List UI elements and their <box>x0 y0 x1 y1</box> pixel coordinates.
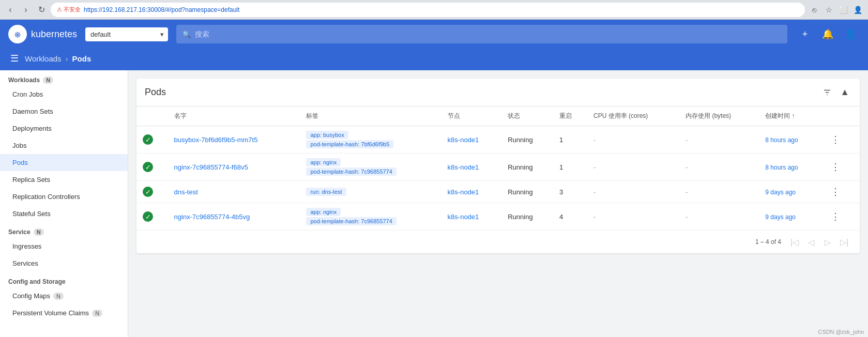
pods-table: 名字 标签 节点 状态 重启 CPU 使用率 (cores) 内存使用 (byt… <box>136 106 860 231</box>
tag-chip[interactable]: pod-template-hash: 7c96855774 <box>306 167 396 176</box>
tag-chip[interactable]: app: nginx <box>306 208 341 216</box>
row-name-cell: nginx-7c96855774-f68v5 <box>168 154 300 181</box>
row-node-cell: k8s-node1 <box>441 203 502 231</box>
reload-button[interactable]: ↻ <box>35 4 48 16</box>
sidebar-item-ingresses[interactable]: Ingresses <box>0 238 128 255</box>
row-status-cell: ✓ <box>136 126 168 154</box>
table-row: ✓nginx-7c96855774-f68v5app: nginxpod-tem… <box>136 154 860 181</box>
pod-link[interactable]: dns-test <box>174 188 198 196</box>
row-restarts-cell: 3 <box>553 181 587 203</box>
row-tags-cell: run: dns-test <box>300 181 441 203</box>
stateful-sets-label: Stateful Sets <box>12 210 51 218</box>
sidebar-item-pods[interactable]: Pods <box>0 154 128 171</box>
card-header: Pods ▲ <box>136 79 860 106</box>
replica-sets-label: Replica Sets <box>12 176 50 183</box>
share-button[interactable]: ⎋ <box>808 4 820 16</box>
sidebar-item-deployments[interactable]: Deployments <box>0 120 128 137</box>
col-created[interactable]: 创建时间 ↑ <box>759 106 821 126</box>
add-button[interactable]: + <box>796 25 814 43</box>
browser-actions: ⎋ ☆ ⬜ 👤 <box>808 4 864 16</box>
row-cpu-cell: - <box>587 181 679 203</box>
row-menu-cell: ⋮ <box>821 154 860 181</box>
row-menu-button[interactable]: ⋮ <box>828 185 843 198</box>
row-mem-cell: - <box>679 181 759 203</box>
sidebar-item-replica-sets[interactable]: Replica Sets <box>0 171 128 188</box>
first-page-button[interactable]: |◁ <box>787 235 802 249</box>
col-status <box>136 106 168 126</box>
sidebar-item-config-maps[interactable]: Config Maps N <box>0 287 128 304</box>
config-maps-badge: N <box>53 293 64 300</box>
filter-button[interactable] <box>820 86 834 99</box>
pods-label: Pods <box>12 159 28 166</box>
status-ok-icon: ✓ <box>143 187 153 197</box>
table-header: 名字 标签 节点 状态 重启 CPU 使用率 (cores) 内存使用 (byt… <box>136 106 860 126</box>
breadcrumb-parent[interactable]: Workloads <box>25 54 62 63</box>
search-input[interactable] <box>195 30 781 38</box>
created-time-link[interactable]: 9 days ago <box>765 189 796 196</box>
sidebar-item-daemon-sets[interactable]: Daemon Sets <box>0 103 128 120</box>
row-cpu-cell: - <box>587 126 679 154</box>
card-header-actions: ▲ <box>820 85 851 100</box>
sidebar-item-cron-jobs[interactable]: Cron Jobs <box>0 86 128 103</box>
row-menu-button[interactable]: ⋮ <box>828 160 843 174</box>
node-link[interactable]: k8s-node1 <box>448 136 479 144</box>
user-menu-button[interactable]: 👤 <box>841 25 860 43</box>
sidebar-item-persistent-volume-claims[interactable]: Persistent Volume Claims N <box>0 304 128 321</box>
sidebar-toggle-button[interactable]: ☰ <box>8 53 21 64</box>
tag-chip[interactable]: pod-template-hash: 7bf6d6f9b5 <box>306 140 393 148</box>
watermark: CSDN @zsk_john <box>818 329 864 335</box>
pod-link[interactable]: busybox-7bf6d6f9b5-mm7t5 <box>174 136 258 144</box>
next-page-button[interactable]: ▷ <box>820 235 835 249</box>
ingresses-label: Ingresses <box>12 242 41 250</box>
created-time-link[interactable]: 9 days ago <box>765 213 796 221</box>
bookmark-button[interactable]: ☆ <box>823 4 835 16</box>
profile-button[interactable]: 👤 <box>851 4 864 16</box>
breadcrumb-current: Pods <box>72 54 92 63</box>
config-section-label: Config and Storage <box>8 278 66 285</box>
tag-chip[interactable]: pod-template-hash: 7c96855774 <box>306 217 396 225</box>
row-tags-cell: app: nginxpod-template-hash: 7c96855774 <box>300 154 441 181</box>
forward-button[interactable]: › <box>20 4 32 16</box>
row-menu-button[interactable]: ⋮ <box>828 133 843 146</box>
node-link[interactable]: k8s-node1 <box>448 163 479 171</box>
notifications-button[interactable]: 🔔 <box>818 25 837 43</box>
row-menu-button[interactable]: ⋮ <box>828 210 843 223</box>
search-bar: 🔍 <box>176 25 787 43</box>
row-status-cell: ✓ <box>136 181 168 203</box>
row-state-cell: Running <box>501 181 553 203</box>
col-node: 节点 <box>441 106 502 126</box>
col-name[interactable]: 名字 <box>168 106 300 126</box>
row-node-cell: k8s-node1 <box>441 126 502 154</box>
k8s-logo: ⎈ kubernetes <box>8 25 77 43</box>
config-maps-label: Config Maps <box>12 292 50 300</box>
card-title: Pods <box>145 87 166 98</box>
pod-link[interactable]: nginx-7c96855774-f68v5 <box>174 163 248 171</box>
row-created-cell: 8 hours ago <box>759 126 821 154</box>
created-time-link[interactable]: 8 hours ago <box>765 164 798 171</box>
row-mem-cell: - <box>679 154 759 181</box>
sidebar: Workloads N Cron Jobs Daemon Sets Deploy… <box>0 70 128 337</box>
collapse-button[interactable]: ▲ <box>838 85 851 100</box>
row-status-cell: ✓ <box>136 203 168 231</box>
replication-controllers-label: Replication Controllers <box>12 193 80 201</box>
namespace-select[interactable]: default <box>85 27 168 41</box>
created-time-link[interactable]: 8 hours ago <box>765 136 798 144</box>
sidebar-item-stateful-sets[interactable]: Stateful Sets <box>0 205 128 222</box>
tag-chip[interactable]: app: busybox <box>306 131 348 139</box>
sidebar-section-service: Service N <box>0 222 128 238</box>
sidebar-item-services[interactable]: Services <box>0 255 128 272</box>
row-node-cell: k8s-node1 <box>441 181 502 203</box>
window-button[interactable]: ⬜ <box>837 4 849 16</box>
node-link[interactable]: k8s-node1 <box>448 213 479 221</box>
last-page-button[interactable]: ▷| <box>837 235 851 249</box>
prev-page-button[interactable]: ◁ <box>804 235 818 249</box>
back-button[interactable]: ‹ <box>4 4 17 16</box>
sidebar-item-replication-controllers[interactable]: Replication Controllers <box>0 188 128 205</box>
tag-chip[interactable]: run: dns-test <box>306 188 346 196</box>
pod-link[interactable]: nginx-7c96855774-4b5vg <box>174 213 250 221</box>
tag-chip[interactable]: app: nginx <box>306 158 341 166</box>
node-link[interactable]: k8s-node1 <box>448 188 479 196</box>
deployments-label: Deployments <box>12 125 52 132</box>
col-status-text: 状态 <box>501 106 553 126</box>
sidebar-item-jobs[interactable]: Jobs <box>0 137 128 154</box>
